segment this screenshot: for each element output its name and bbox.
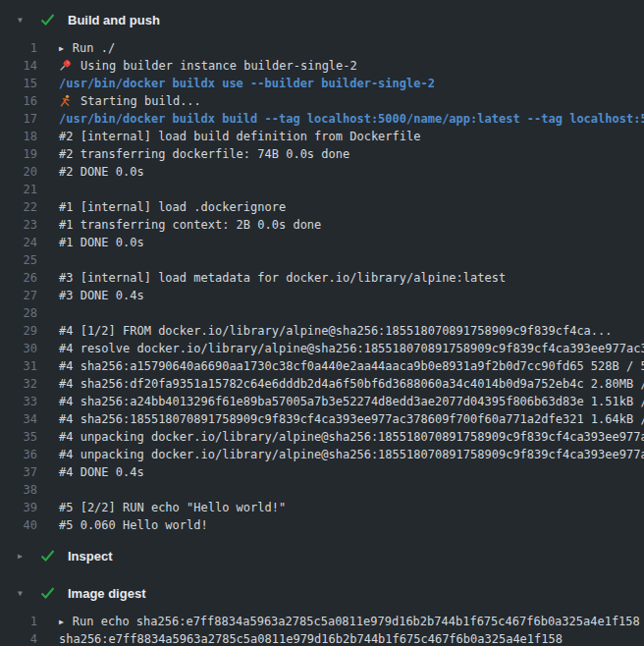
log-text: Starting build... (80, 94, 201, 108)
log-text: #1 DONE 0.0s (59, 236, 144, 249)
log-line: 15 /usr/bin/docker buildx use --builder … (0, 75, 644, 92)
section-image-digest: ▼ Image digest 1 ▶Run echo sha256:e7ff88… (0, 581, 644, 646)
line-text (37, 251, 644, 269)
log-text: #3 DONE 0.4s (59, 289, 144, 302)
log-line: 34 #4 sha256:185518070891758909c9f839cf4… (0, 410, 644, 428)
section-header-inspect[interactable]: ▶ Inspect (0, 544, 644, 567)
line-number[interactable]: 37 (0, 463, 37, 481)
section-title: Build and push (68, 13, 160, 27)
pushpin-emoji-icon (59, 59, 73, 72)
line-number[interactable]: 16 (0, 92, 37, 110)
log-line: 28 (0, 304, 644, 322)
line-text: #5 [2/2] RUN echo "Hello world!" (37, 499, 644, 516)
line-number[interactable]: 40 (0, 516, 37, 534)
line-number[interactable]: 38 (0, 481, 37, 499)
line-text: ▶Run ./ (37, 39, 644, 57)
log-line: 14 Using builder instance builder-single… (0, 57, 644, 75)
line-text: #4 DONE 0.4s (37, 463, 644, 481)
log-line: 24 #1 DONE 0.0s (0, 234, 644, 251)
line-number[interactable]: 36 (0, 446, 37, 463)
log-text: Run echo sha256:e7ff8834a5963a2785c5a081… (73, 615, 640, 628)
line-number[interactable]: 29 (0, 322, 37, 340)
log-line: 30 #4 resolve docker.io/library/alpine@s… (0, 340, 644, 357)
line-text: #1 transferring context: 2B 0.0s done (37, 216, 644, 234)
log-text: #5 [2/2] RUN echo "Hello world!" (59, 501, 286, 514)
line-text: #2 transferring dockerfile: 74B 0.0s don… (37, 145, 644, 163)
log-line: 1 ▶Run echo sha256:e7ff8834a5963a2785c5a… (0, 613, 644, 630)
log-line: 17 /usr/bin/docker buildx build --tag lo… (0, 110, 644, 128)
line-number[interactable]: 22 (0, 198, 37, 216)
line-number[interactable]: 34 (0, 410, 37, 428)
section-build-and-push: ▼ Build and push 1 ▶Run ./ 14 Using buil… (0, 8, 644, 544)
log-line: 27 #3 DONE 0.4s (0, 287, 644, 304)
check-success-icon (40, 586, 56, 600)
command-text: /usr/bin/docker buildx build --tag local… (59, 112, 644, 126)
log-line: 25 (0, 251, 644, 269)
line-text: #4 [1/2] FROM docker.io/library/alpine@s… (37, 322, 644, 340)
log-line: 40 #5 0.060 Hello world! (0, 516, 644, 534)
log-text: #2 DONE 0.0s (59, 165, 144, 179)
line-text: #4 sha256:a24bb4013296f61e89ba57005a7b3e… (37, 393, 644, 410)
run-step-expander-icon[interactable]: ▶ (59, 40, 64, 57)
line-number[interactable]: 17 (0, 110, 37, 128)
section-body-image-digest: 1 ▶Run echo sha256:e7ff8834a5963a2785c5a… (0, 605, 644, 646)
line-text: #4 unpacking docker.io/library/alpine@sh… (37, 428, 644, 446)
line-number[interactable]: 21 (0, 181, 37, 198)
chevron-down-icon[interactable]: ▼ (18, 589, 31, 598)
line-text (37, 304, 644, 322)
line-number[interactable]: 1 (0, 613, 37, 630)
line-text (37, 481, 644, 499)
log-text: #5 0.060 Hello world! (59, 518, 208, 532)
line-number[interactable]: 33 (0, 393, 37, 410)
line-text: #4 sha256:a15790640a6690aa1730c38cf0a440… (37, 357, 644, 375)
section-title: Image digest (68, 586, 145, 601)
line-number[interactable]: 30 (0, 340, 37, 357)
line-number[interactable]: 32 (0, 375, 37, 393)
line-number[interactable]: 1 (0, 39, 37, 57)
log-text: #4 [1/2] FROM docker.io/library/alpine@s… (59, 324, 613, 338)
log-line: 31 #4 sha256:a15790640a6690aa1730c38cf0a… (0, 357, 644, 375)
line-number[interactable]: 31 (0, 357, 37, 375)
line-text: ▶Run echo sha256:e7ff8834a5963a2785c5a08… (37, 613, 644, 630)
log-text: #3 [internal] load metadata for docker.i… (59, 271, 506, 285)
chevron-right-icon[interactable]: ▶ (18, 552, 31, 561)
check-success-icon (40, 549, 56, 563)
line-text: /usr/bin/docker buildx build --tag local… (37, 110, 644, 128)
line-number[interactable]: 23 (0, 216, 37, 234)
log-text: #4 sha256:a24bb4013296f61e89ba57005a7b3e… (59, 395, 644, 408)
line-number[interactable]: 35 (0, 428, 37, 446)
run-step-expander-icon[interactable]: ▶ (59, 614, 64, 630)
line-number[interactable]: 18 (0, 128, 37, 145)
log-text: #4 unpacking docker.io/library/alpine@sh… (59, 430, 644, 444)
section-header-build-and-push[interactable]: ▼ Build and push (0, 8, 644, 31)
line-number[interactable]: 28 (0, 304, 37, 322)
line-number[interactable]: 20 (0, 163, 37, 181)
chevron-down-icon[interactable]: ▼ (18, 16, 31, 25)
log-text: #4 sha256:185518070891758909c9f839cf4ca3… (59, 412, 644, 426)
log-line: 39 #5 [2/2] RUN echo "Hello world!" (0, 499, 644, 516)
line-number[interactable]: 25 (0, 251, 37, 269)
log-text: #2 transferring dockerfile: 74B 0.0s don… (59, 147, 349, 161)
command-text: /usr/bin/docker buildx use --builder bui… (59, 77, 435, 90)
line-text: #3 DONE 0.4s (37, 287, 644, 304)
section-header-image-digest[interactable]: ▼ Image digest (0, 581, 644, 605)
line-number[interactable]: 24 (0, 234, 37, 251)
line-number[interactable]: 26 (0, 269, 37, 287)
line-text: #2 [internal] load build definition from… (37, 128, 644, 145)
log-line: 35 #4 unpacking docker.io/library/alpine… (0, 428, 644, 446)
log-text: #2 [internal] load build definition from… (59, 130, 420, 143)
line-number[interactable]: 19 (0, 145, 37, 163)
log-line: 23 #1 transferring context: 2B 0.0s done (0, 216, 644, 234)
line-number[interactable]: 15 (0, 75, 37, 92)
log-text: #4 DONE 0.4s (59, 465, 144, 479)
line-number[interactable]: 27 (0, 287, 37, 304)
line-text: #4 sha256:df20fa9351a15782c64e6dddb2d4a6… (37, 375, 644, 393)
workflow-log: ▼ Build and push 1 ▶Run ./ 14 Using buil… (0, 0, 644, 646)
log-line: 1 ▶Run ./ (0, 39, 644, 57)
log-line: 37 #4 DONE 0.4s (0, 463, 644, 481)
line-number[interactable]: 14 (0, 57, 37, 75)
log-text: #4 sha256:df20fa9351a15782c64e6dddb2d4a6… (59, 377, 644, 391)
line-number[interactable]: 39 (0, 499, 37, 516)
line-number[interactable]: 4 (0, 630, 37, 646)
log-line: 26 #3 [internal] load metadata for docke… (0, 269, 644, 287)
